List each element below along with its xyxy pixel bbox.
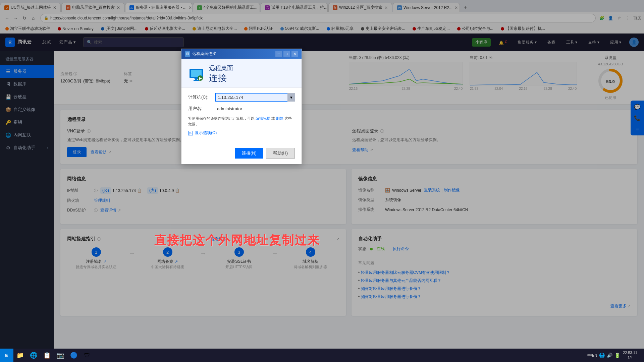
rdp-header-text: 远程桌面 连接 (209, 64, 233, 84)
rdp-header-svg: ▶ (188, 66, 204, 82)
taskbar-time: 22:53:11 (623, 350, 637, 355)
taskbar-volume-icon[interactable]: 🔊 (607, 353, 612, 358)
taskbar-clock: 22:53:11 1/4 (623, 350, 637, 361)
taskbar-app-shield[interactable]: 🛡 (81, 349, 93, 361)
rdp-username-row: 用户名: administrator (188, 106, 295, 112)
rdp-info-or: 或 (271, 116, 275, 120)
taskbar-date: 1/4 (623, 355, 637, 360)
rdp-connect-button[interactable]: 连接(N) (235, 148, 263, 159)
rdp-header: ▶ 远程桌面 连接 (181, 59, 302, 87)
taskbar-items: 📁 🌐 📋 📷 🔵 🛡 (13, 349, 94, 362)
rdp-expand-row[interactable]: ▷ 显示选项(O) (188, 130, 295, 136)
rdp-info-prefix: 将使用保存的凭据连接到此计算机，可以 (188, 116, 255, 120)
taskbar-app-blue[interactable]: 🔵 (68, 349, 80, 361)
taskbar-icons-system: 中/EN 🌐 🔊 🔋 (587, 353, 620, 358)
taskbar: ⊞ 📁 🌐 📋 📷 🔵 🛡 中/EN 🌐 🔊 🔋 22:53:11 1/4 (0, 349, 644, 362)
rdp-help-label: 帮助(H) (273, 150, 288, 156)
rdp-computer-label: 计算机(C): (188, 94, 215, 100)
rdp-delete-credentials-link[interactable]: 删除 (276, 116, 283, 120)
rdp-header-subtitle: 连接 (209, 72, 233, 84)
taskbar-battery-icon: 🔋 (614, 353, 620, 358)
rdp-info-text: 将使用保存的凭据连接到此计算机，可以 编辑凭据 或 删除 这些凭据。 (188, 116, 295, 127)
taskbar-network-icon[interactable]: 🌐 (599, 353, 605, 358)
rdp-header-icon: ▶ (188, 66, 204, 82)
taskbar-show-desktop[interactable] (640, 350, 641, 361)
svg-rect-5 (194, 80, 199, 81)
rdp-titlebar-icon: 🖥 (185, 51, 190, 57)
rdp-help-button[interactable]: 帮助(H) (266, 148, 295, 159)
taskbar-lang-icon: 中/EN (587, 353, 597, 358)
taskbar-right: 中/EN 🌐 🔊 🔋 22:53:11 1/4 (587, 350, 644, 361)
rdp-body: 计算机(C): ▾ 用户名: administrator 将使用保存的凭据连接到… (181, 87, 302, 145)
taskbar-file-explorer[interactable]: 📁 (14, 349, 26, 361)
rdp-dropdown-button[interactable]: ▾ (287, 93, 295, 102)
taskbar-browser[interactable]: 🌐 (28, 349, 40, 361)
svg-text:▶: ▶ (199, 76, 202, 80)
rdp-close-button[interactable]: ✕ (291, 51, 298, 57)
rdp-minimize-button[interactable]: ─ (275, 51, 282, 57)
taskbar-camera[interactable]: 📷 (54, 349, 66, 361)
start-button[interactable]: ⊞ (0, 349, 13, 362)
rdp-computer-row: 计算机(C): ▾ (188, 93, 295, 102)
rdp-titlebar-title: 🖥 远程桌面连接 (185, 51, 216, 57)
rdp-footer: 连接(N) 帮助(H) (181, 145, 302, 164)
rdp-computer-input[interactable] (215, 93, 295, 102)
rdp-title-label: 远程桌面连接 (192, 51, 216, 57)
rdp-username-value: administrator (215, 106, 244, 111)
rdp-maximize-button[interactable]: □ (283, 51, 290, 57)
rdp-dialog: 🖥 远程桌面连接 ─ □ ✕ ▶ 远 (181, 49, 302, 164)
rdp-username-label: 用户名: (188, 106, 215, 112)
taskbar-notes[interactable]: 📋 (41, 349, 53, 361)
dialog-overlay: 🖥 远程桌面连接 ─ □ ✕ ▶ 远 (0, 0, 644, 362)
expand-options-icon: ▷ (188, 131, 193, 135)
rdp-titlebar-controls: ─ □ ✕ (275, 51, 298, 57)
rdp-expand-label: 显示选项(O) (195, 130, 217, 136)
rdp-edit-credentials-link[interactable]: 编辑凭据 (256, 116, 270, 120)
rdp-titlebar: 🖥 远程桌面连接 ─ □ ✕ (181, 49, 302, 59)
rdp-header-title: 远程桌面 (209, 64, 233, 72)
rdp-input-wrap: ▾ (215, 93, 295, 102)
rdp-connect-label: 连接(N) (242, 150, 257, 156)
